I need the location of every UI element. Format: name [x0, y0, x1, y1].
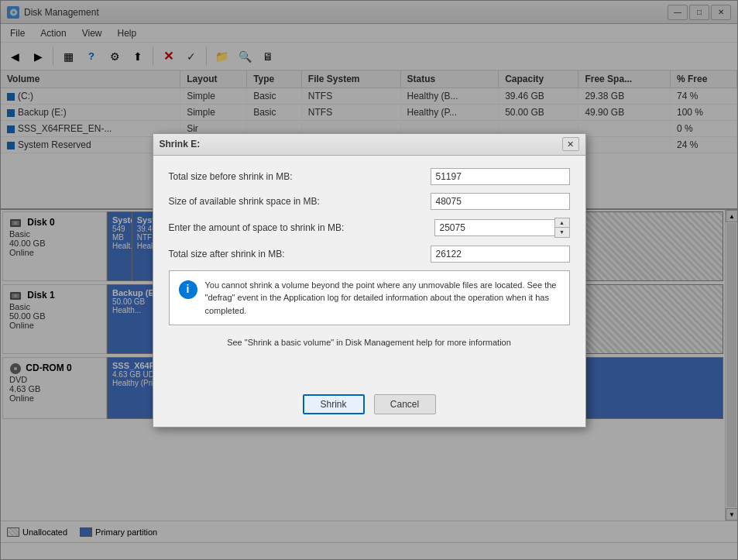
field-enter-amount-group: ▲ ▼	[434, 218, 570, 238]
field-enter-amount-label: Enter the amount of space to shrink in M…	[169, 222, 428, 233]
info-box: i You cannot shrink a volume beyond the …	[169, 270, 570, 326]
field-total-before-label: Total size before shrink in MB:	[169, 171, 424, 182]
spinner-controls: ▲ ▼	[554, 218, 570, 238]
field-enter-amount: Enter the amount of space to shrink in M…	[169, 218, 570, 238]
field-total-after: Total size after shrink in MB: 26122	[169, 246, 570, 263]
spinner-down-button[interactable]: ▼	[555, 228, 569, 237]
field-available-value: 48075	[431, 193, 570, 210]
shrink-amount-input[interactable]	[434, 219, 554, 236]
dialog-footer: Shrink Cancel	[153, 385, 585, 427]
field-total-after-label: Total size after shrink in MB:	[169, 249, 424, 259]
field-available-label: Size of available shrink space in MB:	[169, 196, 424, 207]
dialog-close-button[interactable]: ✕	[562, 137, 579, 151]
info-icon: i	[179, 280, 197, 299]
info-text: You cannot shrink a volume beyond the po…	[205, 279, 560, 318]
shrink-button[interactable]: Shrink	[303, 394, 365, 414]
field-total-before: Total size before shrink in MB: 51197	[169, 168, 570, 185]
help-link[interactable]: See "Shrink a basic volume" in Disk Mana…	[169, 333, 570, 352]
field-available: Size of available shrink space in MB: 48…	[169, 193, 570, 210]
field-total-after-value: 26122	[431, 246, 570, 263]
shrink-dialog: Shrink E: ✕ Total size before shrink in …	[153, 133, 586, 428]
dialog-body: Total size before shrink in MB: 51197 Si…	[153, 156, 585, 385]
spinner-up-button[interactable]: ▲	[555, 218, 569, 228]
cancel-button[interactable]: Cancel	[374, 394, 436, 414]
field-total-before-value: 51197	[431, 168, 570, 185]
dialog-title-bar: Shrink E: ✕	[153, 134, 585, 156]
dialog-title: Shrink E:	[160, 139, 562, 149]
modal-overlay: Shrink E: ✕ Total size before shrink in …	[0, 0, 738, 560]
